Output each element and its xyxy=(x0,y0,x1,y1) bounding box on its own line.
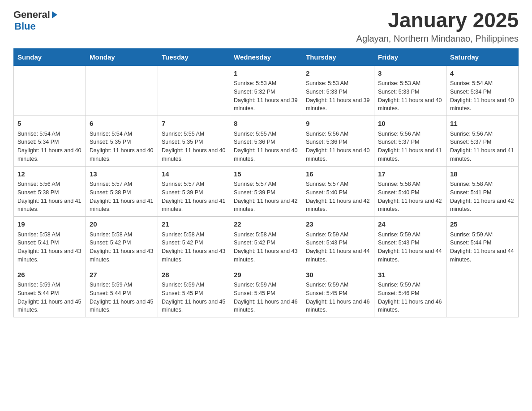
table-row: 11Sunrise: 5:56 AM Sunset: 5:37 PM Dayli… xyxy=(446,116,519,167)
col-friday: Friday xyxy=(374,48,446,65)
day-number: 31 xyxy=(378,270,442,280)
table-row: 26Sunrise: 5:59 AM Sunset: 5:44 PM Dayli… xyxy=(14,267,86,317)
day-number: 16 xyxy=(306,169,370,180)
day-number: 29 xyxy=(234,270,298,280)
day-number: 11 xyxy=(450,119,515,129)
logo: General Blue xyxy=(13,9,57,32)
day-number: 4 xyxy=(450,68,515,79)
day-number: 23 xyxy=(306,219,370,230)
table-row: 31Sunrise: 5:59 AM Sunset: 5:46 PM Dayli… xyxy=(374,267,446,317)
month-title: January 2025 xyxy=(356,9,519,32)
day-number: 24 xyxy=(378,219,442,230)
table-row: 13Sunrise: 5:57 AM Sunset: 5:38 PM Dayli… xyxy=(86,166,158,217)
table-row: 10Sunrise: 5:56 AM Sunset: 5:37 PM Dayli… xyxy=(374,116,446,167)
day-info: Sunrise: 5:55 AM Sunset: 5:35 PM Dayligh… xyxy=(162,130,226,163)
title-section: January 2025 Aglayan, Northern Mindanao,… xyxy=(356,9,519,44)
day-info: Sunrise: 5:54 AM Sunset: 5:35 PM Dayligh… xyxy=(90,130,154,163)
day-number: 7 xyxy=(162,119,226,129)
day-number: 19 xyxy=(17,219,82,230)
day-info: Sunrise: 5:56 AM Sunset: 5:37 PM Dayligh… xyxy=(378,130,442,163)
day-info: Sunrise: 5:54 AM Sunset: 5:34 PM Dayligh… xyxy=(17,130,82,163)
day-info: Sunrise: 5:56 AM Sunset: 5:38 PM Dayligh… xyxy=(17,180,82,214)
day-number: 3 xyxy=(378,68,442,79)
table-row: 14Sunrise: 5:57 AM Sunset: 5:39 PM Dayli… xyxy=(158,166,230,217)
day-info: Sunrise: 5:59 AM Sunset: 5:43 PM Dayligh… xyxy=(378,231,442,264)
day-info: Sunrise: 5:59 AM Sunset: 5:44 PM Dayligh… xyxy=(450,231,515,264)
day-number: 18 xyxy=(450,169,515,180)
day-info: Sunrise: 5:57 AM Sunset: 5:39 PM Dayligh… xyxy=(234,180,298,214)
calendar-header-row: Sunday Monday Tuesday Wednesday Thursday… xyxy=(14,48,519,65)
table-row: 7Sunrise: 5:55 AM Sunset: 5:35 PM Daylig… xyxy=(158,116,230,167)
day-info: Sunrise: 5:59 AM Sunset: 5:45 PM Dayligh… xyxy=(162,281,226,314)
day-number: 28 xyxy=(162,270,226,280)
logo-blue-text: Blue xyxy=(14,21,36,32)
logo-general-text: General xyxy=(13,9,50,21)
table-row xyxy=(446,267,519,317)
table-row: 30Sunrise: 5:59 AM Sunset: 5:45 PM Dayli… xyxy=(302,267,374,317)
table-row: 9Sunrise: 5:56 AM Sunset: 5:36 PM Daylig… xyxy=(302,116,374,167)
day-info: Sunrise: 5:58 AM Sunset: 5:40 PM Dayligh… xyxy=(378,180,442,214)
table-row: 5Sunrise: 5:54 AM Sunset: 5:34 PM Daylig… xyxy=(14,116,86,167)
logo-arrow-icon xyxy=(52,11,57,18)
table-row: 17Sunrise: 5:58 AM Sunset: 5:40 PM Dayli… xyxy=(374,166,446,217)
table-row: 29Sunrise: 5:59 AM Sunset: 5:45 PM Dayli… xyxy=(230,267,302,317)
day-number: 2 xyxy=(306,68,370,79)
day-number: 8 xyxy=(234,119,298,129)
day-number: 6 xyxy=(90,119,154,129)
day-info: Sunrise: 5:59 AM Sunset: 5:45 PM Dayligh… xyxy=(234,281,298,314)
day-info: Sunrise: 5:59 AM Sunset: 5:45 PM Dayligh… xyxy=(306,281,370,314)
col-sunday: Sunday xyxy=(14,48,86,65)
day-info: Sunrise: 5:55 AM Sunset: 5:36 PM Dayligh… xyxy=(234,130,298,163)
calendar-week-row: 26Sunrise: 5:59 AM Sunset: 5:44 PM Dayli… xyxy=(14,267,519,317)
day-info: Sunrise: 5:59 AM Sunset: 5:44 PM Dayligh… xyxy=(17,281,82,314)
day-number: 15 xyxy=(234,169,298,180)
table-row: 2Sunrise: 5:53 AM Sunset: 5:33 PM Daylig… xyxy=(302,65,374,116)
day-number: 13 xyxy=(90,169,154,180)
day-number: 30 xyxy=(306,270,370,280)
table-row: 21Sunrise: 5:58 AM Sunset: 5:42 PM Dayli… xyxy=(158,217,230,267)
day-number: 20 xyxy=(90,219,154,230)
page-header: General Blue January 2025 Aglayan, North… xyxy=(13,9,519,44)
location-subtitle: Aglayan, Northern Mindanao, Philippines xyxy=(356,34,519,44)
table-row: 12Sunrise: 5:56 AM Sunset: 5:38 PM Dayli… xyxy=(14,166,86,217)
calendar-week-row: 5Sunrise: 5:54 AM Sunset: 5:34 PM Daylig… xyxy=(14,116,519,167)
day-info: Sunrise: 5:53 AM Sunset: 5:33 PM Dayligh… xyxy=(306,79,370,113)
day-info: Sunrise: 5:57 AM Sunset: 5:38 PM Dayligh… xyxy=(90,180,154,214)
table-row: 19Sunrise: 5:58 AM Sunset: 5:41 PM Dayli… xyxy=(14,217,86,267)
day-number: 9 xyxy=(306,119,370,129)
col-tuesday: Tuesday xyxy=(158,48,230,65)
day-info: Sunrise: 5:59 AM Sunset: 5:43 PM Dayligh… xyxy=(306,231,370,264)
table-row xyxy=(86,65,158,116)
calendar-week-row: 12Sunrise: 5:56 AM Sunset: 5:38 PM Dayli… xyxy=(14,166,519,217)
table-row: 22Sunrise: 5:58 AM Sunset: 5:42 PM Dayli… xyxy=(230,217,302,267)
table-row: 15Sunrise: 5:57 AM Sunset: 5:39 PM Dayli… xyxy=(230,166,302,217)
table-row: 18Sunrise: 5:58 AM Sunset: 5:41 PM Dayli… xyxy=(446,166,519,217)
day-info: Sunrise: 5:59 AM Sunset: 5:46 PM Dayligh… xyxy=(378,281,442,314)
day-number: 27 xyxy=(90,270,154,280)
table-row: 25Sunrise: 5:59 AM Sunset: 5:44 PM Dayli… xyxy=(446,217,519,267)
table-row xyxy=(158,65,230,116)
day-number: 5 xyxy=(17,119,82,129)
day-number: 26 xyxy=(17,270,82,280)
day-info: Sunrise: 5:58 AM Sunset: 5:42 PM Dayligh… xyxy=(234,231,298,264)
day-number: 21 xyxy=(162,219,226,230)
day-info: Sunrise: 5:58 AM Sunset: 5:41 PM Dayligh… xyxy=(17,231,82,264)
day-info: Sunrise: 5:53 AM Sunset: 5:33 PM Dayligh… xyxy=(378,79,442,113)
day-info: Sunrise: 5:59 AM Sunset: 5:44 PM Dayligh… xyxy=(90,281,154,314)
col-wednesday: Wednesday xyxy=(230,48,302,65)
col-monday: Monday xyxy=(86,48,158,65)
col-thursday: Thursday xyxy=(302,48,374,65)
day-number: 22 xyxy=(234,219,298,230)
calendar-table: Sunday Monday Tuesday Wednesday Thursday… xyxy=(13,48,519,318)
day-number: 1 xyxy=(234,68,298,79)
day-number: 25 xyxy=(450,219,515,230)
day-info: Sunrise: 5:58 AM Sunset: 5:42 PM Dayligh… xyxy=(162,231,226,264)
day-number: 12 xyxy=(17,169,82,180)
table-row: 28Sunrise: 5:59 AM Sunset: 5:45 PM Dayli… xyxy=(158,267,230,317)
calendar-week-row: 1Sunrise: 5:53 AM Sunset: 5:32 PM Daylig… xyxy=(14,65,519,116)
day-info: Sunrise: 5:53 AM Sunset: 5:32 PM Dayligh… xyxy=(234,79,298,113)
table-row: 1Sunrise: 5:53 AM Sunset: 5:32 PM Daylig… xyxy=(230,65,302,116)
table-row: 27Sunrise: 5:59 AM Sunset: 5:44 PM Dayli… xyxy=(86,267,158,317)
table-row: 3Sunrise: 5:53 AM Sunset: 5:33 PM Daylig… xyxy=(374,65,446,116)
calendar-week-row: 19Sunrise: 5:58 AM Sunset: 5:41 PM Dayli… xyxy=(14,217,519,267)
